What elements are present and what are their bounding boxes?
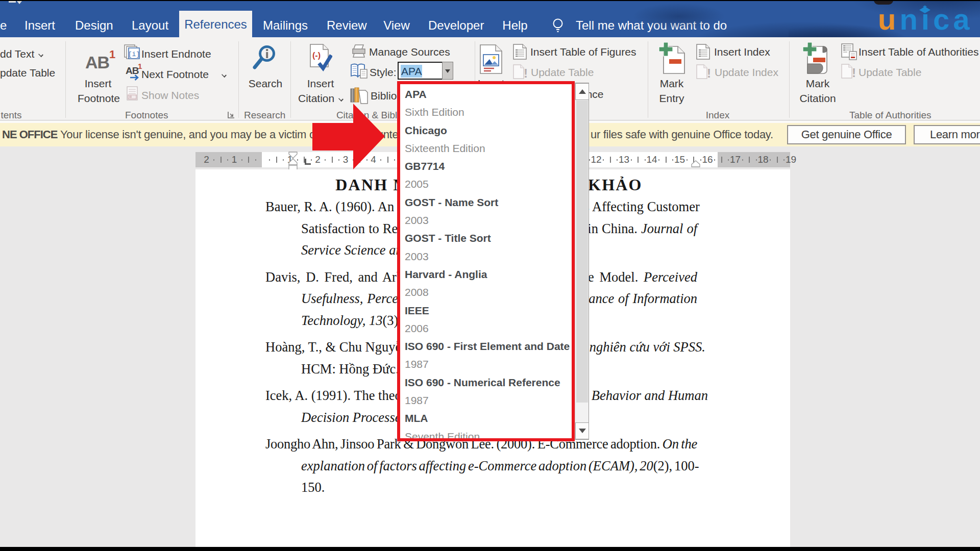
svg-text:!: ! <box>524 66 528 80</box>
svg-text:(-): (-) <box>312 51 321 60</box>
svg-text:!: ! <box>707 66 711 80</box>
svg-text:[i]: [i] <box>128 51 140 58</box>
svg-text:!: ! <box>852 66 856 79</box>
